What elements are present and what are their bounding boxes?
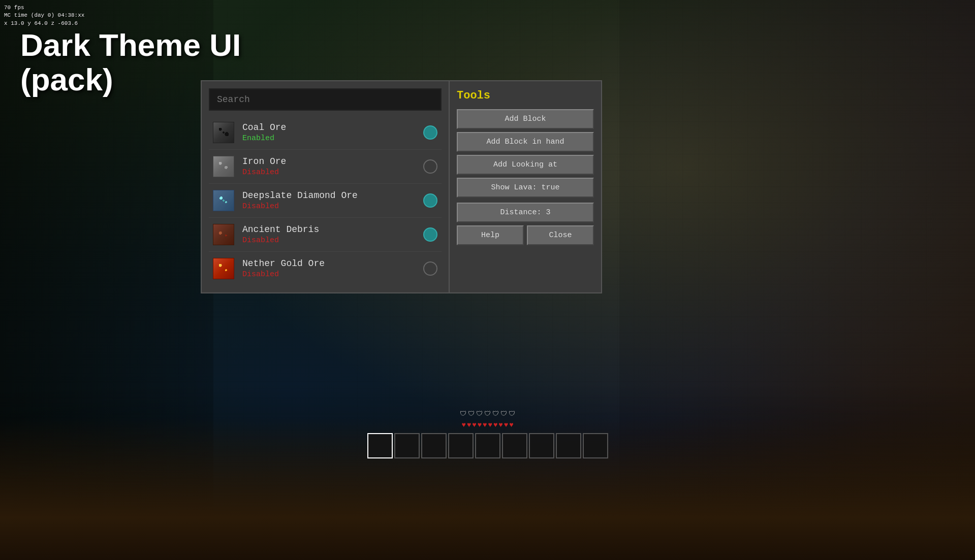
tools-title: Tools [457,89,594,102]
hotbar [367,433,608,458]
nether-gold-ore-status: Disabled [242,270,423,279]
distance-button[interactable]: Distance: 3 [457,203,594,222]
mc-time: MC time (day 0) 04:38:xx [4,12,84,19]
heart-3: ♥ [472,421,476,429]
block-list-panel: Coal Ore Enabled Iron Ore Disabled Deeps… [201,80,450,293]
coal-ore-icon [213,122,234,143]
hotbar-slot-5[interactable] [475,433,500,458]
search-input[interactable] [209,88,442,111]
armor-icon-3: 🛡 [476,410,483,418]
block-item-deepslate[interactable]: Deepslate Diamond Ore Disabled [209,184,442,218]
close-button[interactable]: Close [527,225,594,245]
ancient-debris-icon [213,224,234,245]
coal-ore-info: Coal Ore Enabled [242,122,423,143]
armor-icon-2: 🛡 [468,410,475,418]
heart-9: ♥ [504,421,508,429]
heart-1: ♥ [461,421,465,429]
block-item-iron[interactable]: Iron Ore Disabled [209,150,442,184]
iron-ore-name: Iron Ore [242,156,423,167]
show-lava-button[interactable]: Show Lava: true [457,178,594,197]
hotbar-slot-4[interactable] [448,433,474,458]
heart-4: ♥ [478,421,482,429]
armor-icon-7: 🛡 [509,410,515,418]
tools-panel: Tools Add Block Add Block in hand Add Lo… [450,80,602,293]
ancient-debris-status: Disabled [242,236,423,245]
coal-ore-name: Coal Ore [242,122,423,133]
hotbar-slot-1-selected[interactable] [367,433,393,458]
health-bar: ♥ ♥ ♥ ♥ ♥ ♥ ♥ ♥ ♥ ♥ [461,421,513,429]
help-button[interactable]: Help [457,225,524,245]
deepslate-ore-name: Deepslate Diamond Ore [242,190,423,201]
deepslate-ore-info: Deepslate Diamond Ore Disabled [242,190,423,211]
debug-info: 70 fps MC time (day 0) 04:38:xx x 13.0 y… [4,4,84,27]
hotbar-slot-7[interactable] [529,433,554,458]
title-line1: Dark Theme UI [20,28,241,62]
armor-icon-6: 🛡 [500,410,507,418]
main-panel: Coal Ore Enabled Iron Ore Disabled Deeps… [201,80,602,293]
iron-ore-toggle[interactable] [423,159,437,174]
nether-gold-ore-info: Nether Gold Ore Disabled [242,258,423,279]
armor-icon-4: 🛡 [484,410,491,418]
coal-ore-toggle[interactable] [423,125,437,140]
heart-5: ♥ [483,421,487,429]
heart-6: ♥ [488,421,492,429]
heart-7: ♥ [493,421,497,429]
iron-ore-icon [213,156,234,177]
fps-counter: 70 fps [4,4,84,12]
deepslate-ore-toggle[interactable] [423,193,437,208]
add-block-hand-button[interactable]: Add Block in hand [457,132,594,152]
hotbar-slot-6[interactable] [502,433,527,458]
hud-container: 🛡 🛡 🛡 🛡 🛡 🛡 🛡 ♥ ♥ ♥ ♥ ♥ ♥ ♥ ♥ ♥ ♥ [367,410,608,458]
armor-bar: 🛡 🛡 🛡 🛡 🛡 🛡 🛡 [460,410,515,418]
heart-10: ♥ [509,421,513,429]
nether-gold-ore-toggle[interactable] [423,261,437,276]
heart-2: ♥ [467,421,471,429]
bottom-button-row: Help Close [457,225,594,245]
nether-gold-ore-name: Nether Gold Ore [242,258,423,269]
heart-8: ♥ [498,421,502,429]
hotbar-slot-3[interactable] [421,433,447,458]
iron-ore-info: Iron Ore Disabled [242,156,423,177]
hotbar-slot-2[interactable] [394,433,420,458]
deepslate-ore-icon [213,190,234,211]
hotbar-slot-8[interactable] [556,433,581,458]
ancient-debris-name: Ancient Debris [242,224,423,235]
deepslate-ore-status: Disabled [242,202,423,211]
block-item-nethergold[interactable]: Nether Gold Ore Disabled [209,252,442,285]
coordinates: x 13.0 y 64.0 z -603.6 [4,20,84,27]
armor-icon-1: 🛡 [460,410,466,418]
add-looking-at-button[interactable]: Add Looking at [457,155,594,175]
add-block-button[interactable]: Add Block [457,109,594,129]
block-item-coal[interactable]: Coal Ore Enabled [209,116,442,150]
ancient-debris-toggle[interactable] [423,227,437,242]
block-item-debris[interactable]: Ancient Debris Disabled [209,218,442,252]
hotbar-slot-9[interactable] [583,433,608,458]
nether-gold-ore-icon [213,258,234,279]
armor-icon-5: 🛡 [492,410,499,418]
ancient-debris-info: Ancient Debris Disabled [242,224,423,245]
iron-ore-status: Disabled [242,168,423,177]
coal-ore-status: Enabled [242,134,423,143]
